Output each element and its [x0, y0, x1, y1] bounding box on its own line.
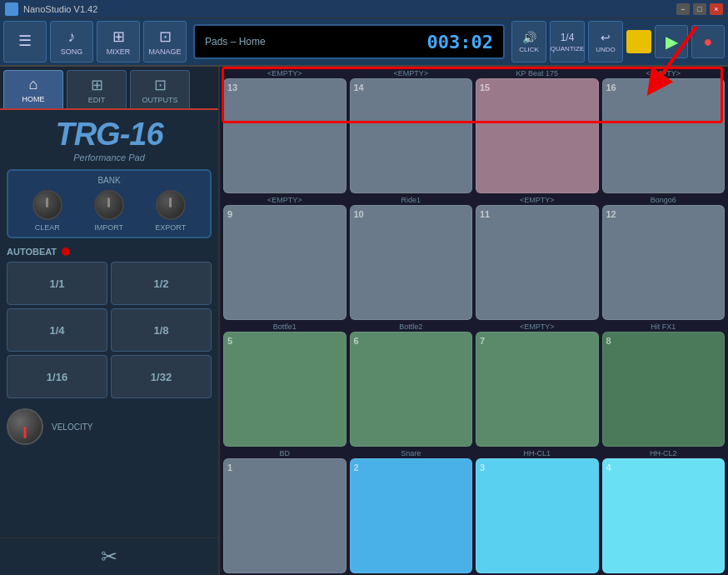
pad-label-9: <EMPTY> [223, 195, 347, 205]
undo-button[interactable]: ↩ UNDO [588, 21, 623, 62]
pad-11[interactable]: 11 [476, 205, 599, 320]
trg-subtitle: Performance Pad [73, 152, 145, 162]
manage-icon: ⊡ [159, 28, 172, 46]
beat-1-16[interactable]: 1/16 [7, 355, 107, 398]
pad-7[interactable]: 7 [476, 332, 599, 447]
minimize-button[interactable]: − [676, 3, 690, 15]
pad-10[interactable]: 10 [350, 205, 473, 320]
velocity-knob[interactable] [7, 408, 43, 445]
pad-4[interactable]: 4 [602, 458, 726, 573]
pad-label-2: Snare [350, 448, 473, 458]
play-button[interactable]: ▶ [655, 25, 688, 58]
pad-3[interactable]: 3 [476, 458, 599, 573]
record-button[interactable]: ● [691, 25, 725, 58]
rows-wrapper: <EMPTY>13<EMPTY>14KP Beat 17515<EMPTY>16… [220, 67, 728, 575]
autobeat-label: AUTOBEAT [7, 247, 57, 257]
pad-wrapper-16: <EMPTY>16 [602, 68, 726, 193]
pad-wrapper-1: BD1 [223, 448, 347, 573]
maximize-button[interactable]: □ [693, 3, 706, 15]
toolbar-right: 🔊 CLICK 1/4 QUANTIZE ↩ UNDO ▶ ● [511, 21, 725, 62]
velocity-label: VELOCITY [52, 422, 92, 432]
pad-label-13: <EMPTY> [223, 68, 347, 78]
menu-button[interactable]: ☰ [3, 21, 47, 62]
close-button[interactable]: × [710, 3, 723, 15]
song-label: SONG [61, 48, 83, 56]
transport-name: Pads – Home [205, 36, 266, 48]
pad-9[interactable]: 9 [223, 205, 347, 320]
autobeat-section: AUTOBEAT 1/1 1/2 1/4 1/8 1/16 1/32 [7, 247, 212, 398]
pad-label-4: HH-CL2 [602, 448, 726, 458]
autobeat-indicator [62, 248, 70, 256]
pad-row-0: <EMPTY>13<EMPTY>14KP Beat 17515<EMPTY>16 [220, 68, 728, 193]
pad-wrapper-2: Snare2 [350, 448, 473, 573]
left-panel: ⌂ HOME ⊞ EDIT ⊡ OUTPUTS TRG-16 Performan… [0, 67, 220, 575]
pad-label-5: Bottle1 [223, 322, 347, 332]
beat-1-2[interactable]: 1/2 [111, 262, 212, 305]
click-button[interactable]: 🔊 CLICK [511, 21, 546, 62]
tools-icon[interactable]: ✂ [101, 545, 117, 568]
pad-8[interactable]: 8 [602, 332, 726, 447]
pad-15[interactable]: 15 [476, 78, 599, 193]
pad-label-6: Bottle2 [350, 322, 473, 332]
autobeat-header: AUTOBEAT [7, 247, 212, 257]
clear-knob[interactable] [32, 190, 62, 220]
pad-label-12: Bongo6 [602, 195, 726, 205]
title-bar: NanoStudio V1.42 − □ × [0, 0, 728, 18]
clear-knob-group: CLEAR [32, 190, 62, 232]
pad-grid-container: <EMPTY>13<EMPTY>14KP Beat 17515<EMPTY>16… [220, 67, 728, 575]
beat-1-1[interactable]: 1/1 [7, 262, 107, 305]
pad-label-14: <EMPTY> [350, 68, 473, 78]
tab-edit[interactable]: ⊞ EDIT [67, 70, 127, 108]
yellow-pad[interactable] [626, 30, 651, 53]
pad-13[interactable]: 13 [223, 78, 347, 193]
pad-wrapper-9: <EMPTY>9 [223, 195, 347, 320]
pad-wrapper-15: KP Beat 17515 [476, 68, 599, 193]
beat-1-32[interactable]: 1/32 [111, 355, 212, 398]
edit-icon: ⊞ [91, 76, 103, 94]
beat-grid: 1/1 1/2 1/4 1/8 1/16 1/32 [7, 262, 212, 398]
tab-home[interactable]: ⌂ HOME [3, 70, 63, 108]
pad-6[interactable]: 6 [350, 332, 473, 447]
manage-button[interactable]: ⊡ MANAGE [143, 21, 187, 62]
clear-label: CLEAR [35, 223, 60, 232]
import-label: IMPORT [94, 223, 123, 232]
pad-wrapper-3: HH-CL13 [476, 448, 599, 573]
quantize-button[interactable]: 1/4 QUANTIZE [550, 21, 585, 62]
pad-wrapper-6: Bottle26 [350, 322, 473, 447]
bank-knobs: CLEAR IMPORT EXPORT [17, 190, 202, 232]
quantize-icon: 1/4 [561, 32, 575, 43]
pad-label-15: KP Beat 175 [476, 68, 599, 78]
left-nav: ⌂ HOME ⊞ EDIT ⊡ OUTPUTS [0, 67, 218, 110]
pad-row-3: BD1Snare2HH-CL13HH-CL24 [220, 448, 728, 573]
pad-12[interactable]: 12 [602, 205, 726, 320]
pad-label-3: HH-CL1 [476, 448, 599, 458]
import-knob[interactable] [94, 190, 124, 220]
song-button[interactable]: ♪ SONG [50, 21, 93, 62]
beat-1-8[interactable]: 1/8 [111, 308, 212, 352]
transport-display: Pads – Home 003:02 [193, 24, 505, 59]
beat-1-4[interactable]: 1/4 [7, 308, 107, 352]
pad-2[interactable]: 2 [350, 458, 473, 573]
pad-wrapper-5: Bottle15 [223, 322, 347, 447]
tab-outputs[interactable]: ⊡ OUTPUTS [130, 70, 190, 108]
bank-controls: BANK CLEAR IMPORT EXPORT [7, 169, 212, 238]
pad-wrapper-7: <EMPTY>7 [476, 322, 599, 447]
trg-logo: TRG-16 Performance Pad [0, 110, 218, 166]
left-bottom: ✂ [0, 538, 218, 575]
pad-14[interactable]: 14 [350, 78, 473, 193]
pad-label-10: Ride1 [350, 195, 473, 205]
play-icon: ▶ [666, 32, 678, 52]
record-icon: ● [704, 33, 713, 51]
pad-label-11: <EMPTY> [476, 195, 599, 205]
export-knob[interactable] [156, 190, 186, 220]
window-controls: − □ × [676, 3, 723, 15]
pad-16[interactable]: 16 [602, 78, 726, 193]
mixer-button[interactable]: ⊞ MIXER [97, 21, 140, 62]
pad-wrapper-8: Hit FX18 [602, 322, 726, 447]
menu-icon: ☰ [18, 32, 32, 50]
pad-5[interactable]: 5 [223, 332, 347, 447]
undo-label: UNDO [596, 46, 616, 53]
pad-1[interactable]: 1 [223, 458, 347, 573]
export-knob-group: EXPORT [155, 190, 186, 232]
pad-label-16: <EMPTY> [602, 68, 726, 78]
